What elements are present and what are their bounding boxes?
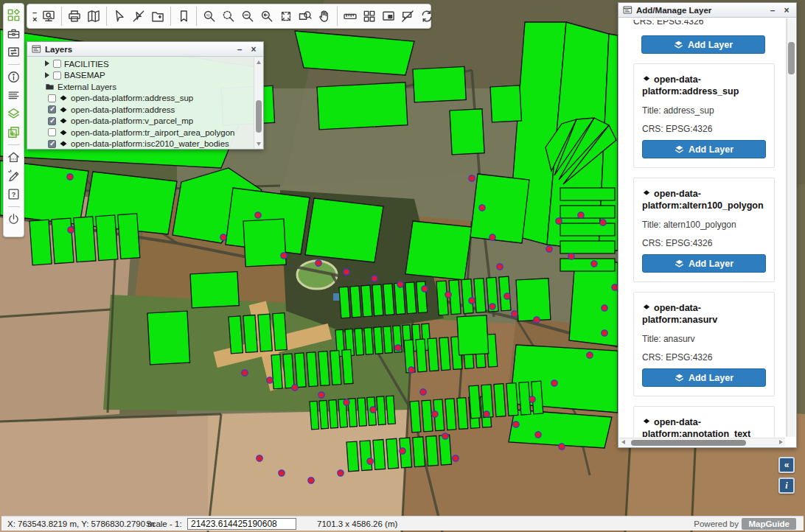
add-layer-icon[interactable]: [5, 124, 22, 141]
add-layer-minimize-button[interactable]: –: [767, 5, 778, 15]
tree-layer-isc2010-water-bodies[interactable]: open-data-platform:isc2010_water_bodies: [35, 139, 263, 150]
tree-group-facilities[interactable]: FACILITIES: [35, 58, 263, 70]
select-icon[interactable]: [110, 6, 129, 27]
add-layer-button[interactable]: Add Layer: [641, 35, 765, 54]
bookmark-icon[interactable]: [174, 6, 193, 27]
layers-scrollbar[interactable]: [254, 57, 262, 148]
add-layer-button[interactable]: Add Layer: [642, 368, 766, 387]
mapguide-badge[interactable]: MapGuide: [742, 518, 796, 530]
zoom-previous-icon[interactable]: [257, 6, 276, 27]
zoom-out-icon[interactable]: [238, 6, 257, 27]
toolbar-close-button[interactable]: ×: [31, 16, 37, 23]
swap-view-icon[interactable]: [5, 43, 22, 60]
scrollbar-thumb[interactable]: [631, 440, 746, 446]
tree-group-external-layers[interactable]: External Layers: [35, 81, 263, 93]
layer-card-title: Title: address_sup: [642, 105, 774, 116]
help-icon[interactable]: ?: [5, 186, 22, 203]
toolbar-separator: [196, 7, 197, 26]
quick-plot-icon[interactable]: [39, 6, 58, 27]
layer-checkbox[interactable]: [48, 105, 56, 113]
layer-checkbox[interactable]: [48, 94, 56, 102]
tree-layer-address-sup[interactable]: open-data-platform:address_sup: [35, 93, 263, 105]
powered-by-label: Powered by: [694, 519, 739, 528]
measure-icon[interactable]: [341, 6, 360, 27]
add-layer-horizontal-scrollbar[interactable]: [619, 438, 785, 447]
cursor-coordinates: X: 763543.8219 m, Y: 5786830.2790 m: [7, 519, 155, 528]
layer-card-name: open-data-platform:altern100_polygon: [642, 188, 767, 211]
layer-diamond-icon: [59, 105, 68, 114]
layers-minimize-button[interactable]: –: [234, 44, 245, 55]
refresh-icon[interactable]: [417, 6, 436, 27]
layer-diamond-icon: [59, 139, 68, 148]
toolbar-separator: [106, 7, 107, 26]
chevron-right-icon[interactable]: [43, 60, 50, 67]
info-button[interactable]: i: [778, 477, 795, 494]
scroll-down-icon[interactable]: [254, 139, 263, 148]
tree-group-label: FACILITIES: [64, 60, 109, 69]
scale-input[interactable]: [187, 518, 296, 530]
layers-close-button[interactable]: ×: [248, 44, 259, 55]
toolbox-icon[interactable]: [5, 25, 22, 42]
tree-layer-v-parcel-mp[interactable]: open-data-platform:v_parcel_mp: [35, 116, 263, 127]
layer-checkbox[interactable]: [48, 128, 56, 136]
add-manage-layer-panel: Add/Manage Layer – × CRS: EPSG:4326 Add …: [618, 2, 797, 448]
toolbar-separator: [337, 7, 338, 26]
zoom-dynamic-icon[interactable]: [219, 6, 238, 27]
redline-icon[interactable]: [5, 167, 22, 184]
add-layer-chip-icon: [674, 40, 683, 49]
scrollbar-thumb[interactable]: [788, 42, 795, 74]
info-icon[interactable]: [5, 69, 22, 85]
scroll-right-icon[interactable]: [776, 438, 785, 447]
legend-icon[interactable]: [5, 87, 22, 104]
select-package-icon[interactable]: [148, 6, 167, 27]
partial-crs-line: CRS: EPSG:4326: [633, 20, 785, 29]
map-book-icon[interactable]: [84, 6, 103, 27]
scroll-up-icon[interactable]: [254, 57, 263, 66]
layer-card-name: open-data-platform:annotation_text: [642, 416, 767, 437]
sidebar-divider: [8, 144, 20, 145]
tree-layer-address[interactable]: open-data-platform:address: [35, 104, 263, 116]
add-layer-panel-titlebar[interactable]: Add/Manage Layer – ×: [618, 3, 796, 18]
power-icon[interactable]: [5, 211, 22, 228]
add-layer-button[interactable]: Add Layer: [642, 254, 766, 273]
scroll-left-icon[interactable]: [619, 438, 628, 447]
zoom-xy-icon[interactable]: xy: [200, 6, 219, 27]
add-layer-button[interactable]: Add Layer: [642, 140, 766, 158]
layer-diamond-icon: [642, 302, 651, 310]
scroll-up-icon[interactable]: [787, 18, 795, 436]
layer-label: open-data-platform:address: [71, 105, 175, 114]
window-icon: [32, 44, 41, 54]
add-layer-chip-icon: [675, 144, 684, 154]
pan-icon[interactable]: [315, 6, 334, 27]
collapse-panel-button[interactable]: «: [778, 457, 795, 473]
layer-checkbox[interactable]: [48, 117, 56, 125]
add-layer-vertical-scrollbar[interactable]: [786, 18, 795, 437]
layers-icon[interactable]: [5, 105, 22, 122]
add-layer-chip-icon: [675, 373, 684, 382]
base-layers-icon[interactable]: [360, 6, 379, 27]
layer-checkbox[interactable]: [48, 140, 56, 148]
layers-tree: FACILITIES BASEMAP External Layers open-…: [27, 57, 263, 149]
zoom-selection-icon[interactable]: [296, 6, 315, 27]
clear-selection-icon[interactable]: [129, 6, 148, 27]
tree-group-basemap[interactable]: BASEMAP: [35, 70, 263, 82]
scrollbar-thumb[interactable]: [256, 100, 262, 133]
overview-map-icon[interactable]: [379, 6, 398, 27]
basemap-checkbox[interactable]: [53, 71, 61, 80]
no-tooltips-icon[interactable]: [398, 6, 417, 27]
tasks-icon[interactable]: [5, 7, 22, 24]
sidebar-divider: [8, 64, 20, 65]
add-layer-chip-icon: [675, 259, 684, 268]
toolbar-separator: [61, 7, 62, 26]
facilities-checkbox[interactable]: [53, 60, 61, 68]
layer-card-crs: CRS: EPSG:4326: [642, 352, 774, 363]
zoom-extents-icon[interactable]: [276, 6, 296, 27]
layer-diamond-icon: [642, 416, 651, 424]
tree-layer-tr-airport-area-polygon[interactable]: open-data-platform:tr_airport_area_polyg…: [35, 127, 263, 139]
print-icon[interactable]: [65, 6, 84, 27]
add-layer-close-button[interactable]: ×: [781, 5, 792, 15]
layers-panel-titlebar[interactable]: Layers – ×: [27, 42, 263, 57]
home-icon[interactable]: [5, 149, 22, 166]
chevron-right-icon[interactable]: [43, 72, 50, 79]
window-icon: [623, 5, 632, 15]
